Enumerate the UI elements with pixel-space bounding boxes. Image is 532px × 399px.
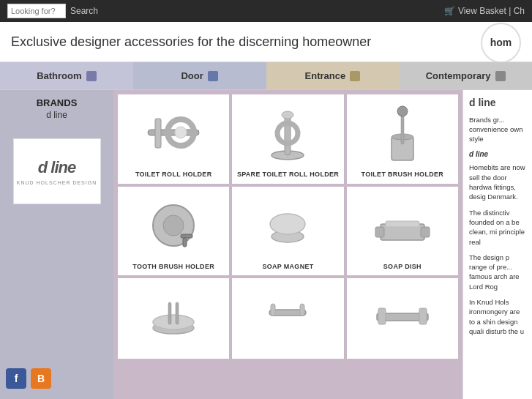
tab-door-label: Door bbox=[181, 70, 203, 81]
svg-point-13 bbox=[163, 215, 184, 236]
tab-entrance-indicator bbox=[350, 71, 360, 81]
info-panel-title: d line bbox=[469, 96, 526, 111]
tab-contemporary[interactable]: Contemporary bbox=[399, 62, 532, 89]
products-grid: TOILET ROLL HOLDER SPARE TOILET ROLL HOL… bbox=[113, 90, 462, 399]
svg-point-3 bbox=[175, 127, 187, 138]
product-misc3[interactable] bbox=[347, 278, 458, 359]
hero-section: Exclusive designer accessories for the d… bbox=[0, 22, 532, 62]
product-label-toilet-roll: TOILET ROLL HOLDER bbox=[135, 171, 212, 179]
sidebar-brands-title: BRANDS bbox=[37, 97, 78, 108]
info-brand-italic: d line bbox=[469, 149, 526, 160]
cart-icon: 🛒 bbox=[444, 6, 455, 16]
svg-point-23 bbox=[153, 315, 194, 329]
svg-rect-21 bbox=[386, 221, 419, 227]
facebook-icon[interactable]: f bbox=[6, 368, 26, 389]
info-para-4: The design p range of pre... famous arch… bbox=[469, 253, 526, 291]
svg-point-6 bbox=[282, 111, 293, 119]
product-label-toilet-brush: TOILET BRUSH HOLDER bbox=[361, 171, 444, 179]
hero-tagline: Exclusive designer accessories for the d… bbox=[11, 34, 371, 50]
product-image-toilet-brush bbox=[350, 100, 455, 166]
product-image-misc2 bbox=[235, 284, 340, 350]
tab-door-indicator bbox=[208, 71, 218, 81]
tab-bathroom-indicator bbox=[86, 71, 97, 81]
main-content: BRANDS d line d line Knud Holscher Desig… bbox=[0, 90, 532, 399]
tab-entrance[interactable]: Entrance bbox=[266, 62, 400, 89]
tab-entrance-label: Entrance bbox=[305, 70, 346, 81]
svg-rect-28 bbox=[300, 304, 304, 316]
svg-rect-14 bbox=[181, 234, 192, 238]
product-misc2[interactable] bbox=[232, 278, 343, 359]
product-toilet-roll-holder[interactable]: TOILET ROLL HOLDER bbox=[118, 94, 229, 184]
svg-rect-19 bbox=[375, 227, 384, 237]
product-spare-toilet-roll[interactable]: SPARE TOILET ROLL HOLDER bbox=[232, 94, 343, 184]
product-misc1[interactable] bbox=[118, 278, 229, 359]
product-label-spare-roll: SPARE TOILET ROLL HOLDER bbox=[237, 171, 339, 179]
blog-icon[interactable]: B bbox=[31, 368, 51, 389]
product-image-misc1 bbox=[121, 284, 226, 350]
product-image-soap-dish bbox=[350, 193, 455, 258]
sidebar-brand-name[interactable]: d line bbox=[46, 110, 67, 120]
product-label-soap-magnet: SOAP MAGNET bbox=[262, 263, 313, 272]
social-icons: f B bbox=[0, 362, 51, 392]
cart-area[interactable]: 🛒 View Basket | Ch bbox=[444, 6, 525, 16]
tab-bathroom[interactable]: Bathroom bbox=[0, 62, 133, 89]
search-button[interactable]: Search bbox=[70, 6, 98, 16]
svg-rect-24 bbox=[168, 302, 171, 324]
product-image-misc3 bbox=[350, 284, 455, 350]
svg-rect-20 bbox=[421, 227, 430, 237]
info-para-3: The distinctiv founded on a be clean, mi… bbox=[469, 208, 526, 247]
tab-bathroom-label: Bathroom bbox=[37, 70, 81, 81]
product-toilet-brush[interactable]: TOILET BRUSH HOLDER bbox=[347, 94, 458, 184]
brand-logo-text: d line bbox=[38, 158, 75, 177]
svg-point-17 bbox=[270, 214, 305, 234]
tab-contemporary-indicator bbox=[495, 71, 506, 81]
product-label-soap-dish: SOAP DISH bbox=[383, 263, 422, 272]
product-image-toilet-roll bbox=[121, 100, 226, 166]
tab-contemporary-label: Contemporary bbox=[426, 70, 491, 81]
product-image-spare-roll bbox=[235, 100, 340, 166]
site-logo: hom bbox=[481, 23, 521, 63]
info-para-2: Homebits are now sell the door hardwa fi… bbox=[469, 163, 526, 201]
svg-rect-1 bbox=[155, 119, 161, 148]
svg-rect-25 bbox=[176, 302, 179, 324]
info-para-5: In Knud Hols ironmongery are to a shin d… bbox=[469, 297, 526, 336]
svg-point-11 bbox=[397, 106, 408, 116]
header: Search 🛒 View Basket | Ch bbox=[0, 0, 532, 22]
product-soap-dish[interactable]: SOAP DISH bbox=[347, 187, 458, 276]
nav-tabs: Bathroom Door Entrance Contemporary bbox=[0, 62, 532, 90]
info-panel: d line Brands gr... convenience own styl… bbox=[462, 90, 532, 399]
info-para-1: Brands gr... convenience own style bbox=[469, 115, 526, 144]
svg-rect-15 bbox=[183, 238, 187, 247]
search-input[interactable] bbox=[7, 4, 66, 18]
svg-rect-30 bbox=[378, 308, 386, 324]
svg-rect-31 bbox=[419, 308, 427, 324]
sidebar: BRANDS d line d line Knud Holscher Desig… bbox=[0, 90, 113, 399]
product-tooth-brush[interactable]: TOOTH BRUSH HOLDER bbox=[118, 187, 229, 276]
product-list: TOILET ROLL HOLDER SPARE TOILET ROLL HOL… bbox=[118, 94, 458, 359]
brand-logo-subtext: Knud Holscher Design bbox=[17, 180, 97, 185]
search-area: Search bbox=[7, 4, 98, 18]
tab-door[interactable]: Door bbox=[133, 62, 266, 89]
product-image-soap-magnet bbox=[235, 193, 340, 258]
svg-rect-27 bbox=[271, 304, 275, 316]
cart-label[interactable]: View Basket | Ch bbox=[458, 6, 525, 16]
product-label-tooth-brush: TOOTH BRUSH HOLDER bbox=[132, 263, 214, 272]
product-soap-magnet[interactable]: SOAP MAGNET bbox=[232, 187, 343, 276]
product-image-tooth-brush bbox=[121, 193, 226, 258]
brand-logo[interactable]: d line Knud Holscher Design bbox=[13, 138, 101, 204]
